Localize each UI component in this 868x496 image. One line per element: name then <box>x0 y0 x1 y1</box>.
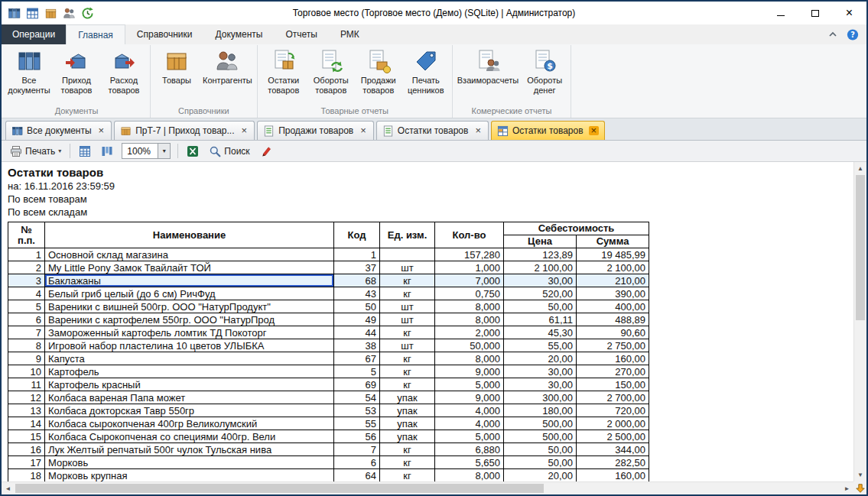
table-row[interactable]: 4Белый гриб целый (до 6 см) РичФуд43кг0,… <box>8 287 649 300</box>
cell-num[interactable]: 3 <box>8 274 45 287</box>
cell-num[interactable]: 12 <box>8 391 45 404</box>
cell-unit[interactable]: кг <box>380 469 435 482</box>
app-table-icon[interactable] <box>25 6 40 21</box>
cell-unit[interactable]: кг <box>380 274 435 287</box>
ribbon-item-rashod-tovarov[interactable]: Расход товаров <box>100 47 148 96</box>
cell-price[interactable]: 2 100,00 <box>504 261 577 274</box>
cell-name[interactable]: Капуста <box>45 352 334 365</box>
cell-unit[interactable]: кг <box>380 378 435 391</box>
cell-sum[interactable]: 160,00 <box>577 352 649 365</box>
scroll-right-icon[interactable]: ► <box>840 482 853 494</box>
cell-qty[interactable]: 8,000 <box>435 352 504 365</box>
table-row[interactable]: 17Морковь6кг5,65050,00282,50 <box>8 456 649 469</box>
cell-code[interactable]: 56 <box>334 430 380 443</box>
cell-unit[interactable]: упак <box>380 417 435 430</box>
cell-sum[interactable]: 488,89 <box>577 313 649 326</box>
cell-sum[interactable]: 210,00 <box>577 274 649 287</box>
cell-name[interactable]: Баклажаны <box>45 274 334 287</box>
minimize-button[interactable] <box>763 2 798 24</box>
cell-qty[interactable]: 1,000 <box>435 261 504 274</box>
cell-code[interactable]: 53 <box>334 404 380 417</box>
cell-unit[interactable]: упак <box>380 404 435 417</box>
cell-unit[interactable]: кг <box>380 287 435 300</box>
cell-sum[interactable]: 150,00 <box>577 378 649 391</box>
cell-unit[interactable]: кг <box>380 443 435 456</box>
cell-price[interactable]: 55,00 <box>504 339 577 352</box>
cell-price[interactable]: 45,30 <box>504 326 577 339</box>
cell-qty[interactable]: 4,000 <box>435 417 504 430</box>
cell-num[interactable]: 15 <box>8 430 45 443</box>
table-row[interactable]: 9Капуста67кг8,00020,00160,00 <box>8 352 649 365</box>
cell-sum[interactable]: 270,00 <box>577 365 649 378</box>
cell-price[interactable]: 50,00 <box>504 300 577 313</box>
ribbon-item-pechat-cennikov[interactable]: Печать ценников <box>402 47 450 96</box>
ribbon-item-kontragenty[interactable]: Контрагенты <box>200 47 255 86</box>
cell-qty[interactable]: 8,000 <box>435 469 504 482</box>
history-icon[interactable] <box>80 6 95 21</box>
doc-tab-3[interactable]: Остатки товаров× <box>376 121 489 140</box>
cell-name[interactable]: Лук Желтый репчатый 500г чулок Тульская … <box>45 443 334 456</box>
cell-num[interactable]: 5 <box>8 300 45 313</box>
cell-name[interactable]: Морковь <box>45 456 334 469</box>
cell-unit[interactable]: кг <box>380 456 435 469</box>
cell-num[interactable]: 18 <box>8 469 45 482</box>
cell-price[interactable]: 500,00 <box>504 417 577 430</box>
cell-unit[interactable]: шт <box>380 339 435 352</box>
close-icon[interactable]: × <box>240 126 249 135</box>
table-row[interactable]: 6Вареники с картофелем 550гр. ООО "Натур… <box>8 313 649 326</box>
cell-price[interactable]: 300,00 <box>504 391 577 404</box>
cell-price[interactable]: 123,89 <box>504 248 577 261</box>
help-button[interactable]: ? <box>845 27 860 42</box>
cell-sum[interactable]: 400,00 <box>577 300 649 313</box>
cell-name[interactable]: Белый гриб целый (до 6 см) РичФуд <box>45 287 334 300</box>
cell-qty[interactable]: 0,750 <box>435 287 504 300</box>
zoom-select[interactable]: 100% ▾ <box>122 143 171 159</box>
ribbon-item-tovary[interactable]: Товары <box>153 47 200 86</box>
table-row[interactable]: 2My Little Pony Замок Твайлайт ТОЙ37шт1,… <box>8 261 649 274</box>
scroll-up-icon[interactable]: ▲ <box>854 162 866 175</box>
cell-sum[interactable]: 160,00 <box>577 469 649 482</box>
table-row[interactable]: 5Вареники с вишней 500гр. ООО "НатурПрод… <box>8 300 649 313</box>
cell-name[interactable]: Игровой набор пластелина 10 цветов УЛЫБК… <box>45 339 334 352</box>
cell-name[interactable]: Колбаса Сырокопченая со специями 400гр. … <box>45 430 334 443</box>
cell-code[interactable]: 43 <box>334 287 380 300</box>
cell-name[interactable]: Картофель <box>45 365 334 378</box>
cell-price[interactable]: 30,00 <box>504 365 577 378</box>
cell-code[interactable]: 5 <box>334 365 380 378</box>
table-row[interactable]: 14Колбаса сырокопченая 400гр Великолумск… <box>8 417 649 430</box>
cell-num[interactable]: 2 <box>8 261 45 274</box>
cell-name[interactable]: My Little Pony Замок Твайлайт ТОЙ <box>45 261 334 274</box>
export-excel-button[interactable] <box>183 143 203 160</box>
cell-unit[interactable]: кг <box>380 365 435 378</box>
cell-qty[interactable]: 9,000 <box>435 391 504 404</box>
cell-sum[interactable]: 2 700,00 <box>577 391 649 404</box>
cell-code[interactable]: 44 <box>334 326 380 339</box>
cell-name[interactable]: Вареники с картофелем 550гр. ООО "НатурП… <box>45 313 334 326</box>
cell-sum[interactable]: 344,00 <box>577 443 649 456</box>
tab-rmk[interactable]: РМК <box>329 24 371 44</box>
tab-spravochniki[interactable]: Справочники <box>125 24 204 44</box>
cell-sum[interactable]: 282,50 <box>577 456 649 469</box>
cell-num[interactable]: 9 <box>8 352 45 365</box>
tab-dokumenty[interactable]: Документы <box>204 24 275 44</box>
cell-num[interactable]: 1 <box>8 248 45 261</box>
app-panels-icon[interactable] <box>7 6 21 21</box>
cell-code[interactable]: 1 <box>334 248 380 261</box>
cell-code[interactable]: 55 <box>334 417 380 430</box>
cell-unit[interactable]: шт <box>380 300 435 313</box>
cell-sum[interactable]: 2 000,00 <box>577 417 649 430</box>
cell-qty[interactable]: 8,000 <box>435 313 504 326</box>
cell-num[interactable]: 8 <box>8 339 45 352</box>
table-row[interactable]: 8Игровой набор пластелина 10 цветов УЛЫБ… <box>8 339 649 352</box>
ribbon-item-prodazhi-tovarov[interactable]: Продажи товаров <box>355 47 402 96</box>
cell-num[interactable]: 11 <box>8 378 45 391</box>
cell-code[interactable]: 50 <box>334 300 380 313</box>
cell-qty[interactable]: 2,000 <box>435 326 504 339</box>
cell-qty[interactable]: 5,000 <box>435 430 504 443</box>
table-row[interactable]: 11Картофель красный69кг5,00030,00150,00 <box>8 378 649 391</box>
cell-unit[interactable]: шт <box>380 313 435 326</box>
cell-price[interactable]: 500,00 <box>504 430 577 443</box>
partners-small-icon[interactable] <box>62 6 76 21</box>
cell-sum[interactable]: 390,00 <box>577 287 649 300</box>
cell-qty[interactable]: 7,000 <box>435 274 504 287</box>
